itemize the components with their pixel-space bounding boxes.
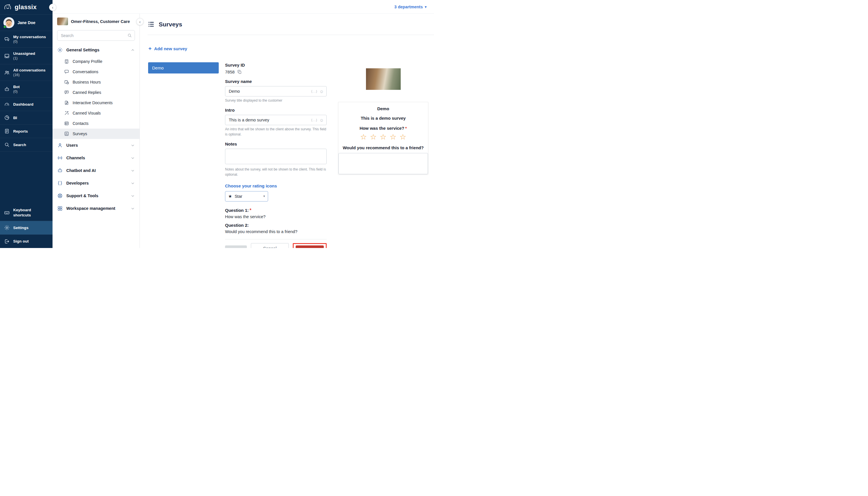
star-outline-icon[interactable]: ☆: [400, 133, 406, 141]
intro-help: An intro that will be shown to the clien…: [225, 127, 327, 137]
settings-item-business-hours[interactable]: Business Hours: [52, 77, 140, 87]
sidebar-item-my-conversations[interactable]: My conversations(0): [0, 31, 52, 48]
preview-answer-textarea[interactable]: [338, 153, 428, 174]
star-outline-icon[interactable]: ☆: [360, 133, 367, 141]
calendar-clock-icon: [64, 79, 69, 85]
survey-name-label: Survey name: [225, 79, 327, 84]
page-header: Surveys: [148, 14, 434, 35]
section-label: Users: [66, 143, 127, 148]
online-status-dot: [3, 25, 6, 28]
settings-item-label: Company Profile: [73, 59, 103, 64]
settings-item-surveys[interactable]: Surveys: [52, 128, 140, 139]
cancel-changes-button[interactable]: Cancel changes: [251, 243, 289, 248]
chat-bubble-icon: [64, 69, 69, 74]
magnifier-icon: [4, 142, 10, 148]
star-outline-icon[interactable]: ☆: [370, 133, 376, 141]
departments-label: 3 departments: [394, 4, 423, 9]
sidebar-item-keyboard-shortcuts[interactable]: Keyboard shortcuts: [0, 204, 52, 221]
insert-token-button[interactable]: {...}: [311, 118, 317, 122]
section-channels[interactable]: Channels: [52, 152, 140, 164]
copy-icon[interactable]: [237, 69, 242, 74]
nav-count: (0): [13, 40, 46, 44]
choose-rating-icons-link[interactable]: Choose your rating icons: [225, 183, 327, 188]
settings-search-input[interactable]: [57, 30, 135, 41]
building-icon: [64, 59, 69, 64]
settings-item-label: Canned Visuals: [73, 111, 101, 115]
sidebar-item-settings[interactable]: Settings: [0, 221, 52, 234]
star-outline-icon[interactable]: ☆: [390, 133, 397, 141]
sidebar-collapse-button[interactable]: ‹: [49, 4, 56, 11]
rating-icon-dropdown[interactable]: ★ Star ▾: [225, 191, 268, 202]
nav-count: (1): [13, 56, 35, 60]
settings-item-interactive-documents[interactable]: Interactive Documents: [52, 97, 140, 108]
sidebar-item-all-conversations[interactable]: All conversations(16): [0, 64, 52, 81]
settings-item-conversations[interactable]: Conversations: [52, 66, 140, 77]
notes-textarea[interactable]: [225, 149, 327, 164]
sidebar-item-sign-out[interactable]: Sign out: [0, 234, 52, 248]
notes-label: Notes: [225, 141, 327, 146]
add-new-survey-label: Add new survey: [154, 46, 187, 51]
chevron-left-icon: ‹: [139, 19, 141, 24]
section-chatbot-and-ai[interactable]: Chatbot and AI: [52, 164, 140, 177]
settings-item-label: Interactive Documents: [73, 100, 112, 105]
section-workspace-management[interactable]: Workspace management: [52, 202, 140, 215]
rating-stars: ☆ ☆ ☆ ☆ ☆: [338, 133, 428, 141]
sidebar-item-dashboard[interactable]: Dashboard: [0, 97, 52, 111]
preview-question-1: How was the service?: [360, 126, 404, 130]
question-2-text: Would you recommend this to a friend?: [225, 229, 327, 234]
sign-out-icon: [4, 238, 10, 244]
survey-name-help: Survey title displayed to the customer: [225, 98, 327, 103]
question-2-label: Question 2:: [225, 223, 249, 228]
settings-item-label: Business Hours: [73, 80, 101, 84]
sidebar-item-bot[interactable]: Bot(0): [0, 81, 52, 97]
intro-label: Intro: [225, 108, 327, 112]
sidebar-item-reports[interactable]: Reports: [0, 125, 52, 138]
section-developers[interactable]: Developers: [52, 177, 140, 189]
settings-item-company-profile[interactable]: Company Profile: [52, 56, 140, 66]
report-doc-icon: [4, 128, 10, 134]
section-label: General Settings: [66, 48, 127, 52]
gear-settings-icon: [57, 47, 63, 53]
settings-item-contacts[interactable]: Contacts: [52, 118, 140, 128]
section-general-settings[interactable]: General Settings: [52, 44, 140, 56]
add-new-survey-button[interactable]: + Add new survey: [149, 45, 187, 52]
logo[interactable]: glassix: [0, 0, 52, 14]
plus-icon: +: [149, 45, 152, 52]
star-outline-icon[interactable]: ☆: [380, 133, 386, 141]
emoji-picker-icon[interactable]: ☺: [320, 89, 324, 94]
survey-id-label: Survey ID: [225, 63, 327, 67]
delete-button[interactable]: Delete: [296, 245, 324, 248]
insert-token-button[interactable]: {...}: [311, 90, 317, 93]
settings-item-label: Contacts: [73, 121, 89, 126]
nav-label: My conversations: [13, 35, 46, 39]
gauge-icon: [4, 101, 10, 107]
broadcast-icon: [57, 155, 63, 161]
user-name: Jane Doe: [17, 20, 35, 25]
section-support-tools[interactable]: Support & Tools: [52, 189, 140, 202]
section-users[interactable]: Users: [52, 139, 140, 152]
survey-list-item-demo[interactable]: Demo: [148, 62, 219, 74]
panel-collapse-button[interactable]: ‹: [136, 18, 143, 25]
sidebar-item-bi[interactable]: BI: [0, 111, 52, 125]
chevron-left-icon: ‹: [52, 5, 53, 10]
settings-item-canned-visuals[interactable]: Canned Visuals: [52, 108, 140, 118]
wand-sparkles-icon: [64, 110, 69, 116]
settings-item-canned-replies[interactable]: Canned Replies: [52, 87, 140, 97]
sidebar-item-search[interactable]: Search: [0, 138, 52, 152]
nav-label: Reports: [13, 129, 28, 134]
emoji-picker-icon[interactable]: ☺: [320, 118, 324, 123]
survey-list: Demo: [148, 62, 219, 74]
survey-id-value: 7858: [225, 69, 234, 74]
settings-item-label: Canned Replies: [73, 90, 101, 95]
sidebar-item-unassigned[interactable]: Unassigned(1): [0, 48, 52, 64]
departments-dropdown[interactable]: 3 departments ▾: [394, 4, 427, 9]
section-label: Chatbot and AI: [66, 168, 127, 173]
main-sidebar: glassix Jane Doe My conversations(0) Una…: [0, 0, 52, 248]
save-button[interactable]: Save: [225, 245, 247, 248]
workspace-header[interactable]: Omer-Fitness, Customer Care: [52, 14, 140, 29]
user-profile[interactable]: Jane Doe: [0, 14, 52, 31]
survey-preview-card: Demo This is a demo survey How was the s…: [338, 102, 428, 174]
star-filled-icon: ★: [228, 194, 232, 199]
surveys-list-icon: [148, 21, 155, 28]
robot-icon: [57, 168, 63, 173]
